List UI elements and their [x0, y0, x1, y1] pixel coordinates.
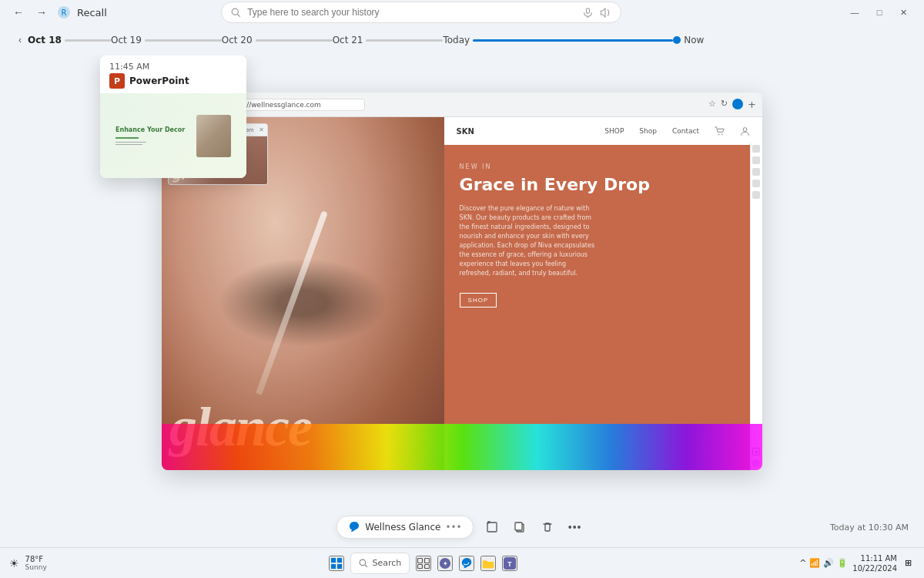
ppt-preview-content: Enhance Your Decor	[100, 93, 246, 178]
sidebar-icon-4[interactable]	[752, 180, 760, 187]
show-hidden-icon[interactable]: ^	[799, 558, 806, 568]
user-icon[interactable]	[740, 126, 750, 136]
new-in-tag: NEW IN	[460, 163, 747, 170]
timeline-label-now: Now	[684, 35, 704, 45]
notification-button[interactable]: ⊞	[902, 556, 915, 570]
clock-date: 10/22/2024	[852, 563, 897, 573]
timeline-bar-today	[473, 39, 673, 42]
taskbar-search-box[interactable]: Search	[350, 553, 410, 574]
sidebar-icon-3[interactable]	[752, 168, 760, 176]
sidebar-icon-5[interactable]	[752, 191, 760, 199]
search-input[interactable]	[247, 7, 577, 18]
active-tab[interactable]: Wellness Glance •••	[336, 516, 473, 539]
svg-rect-4	[587, 8, 590, 13]
file-explorer-icon[interactable]	[480, 556, 496, 571]
svg-line-17	[364, 564, 367, 566]
start-button[interactable]	[329, 556, 344, 571]
window-controls: — □ ✕	[844, 2, 915, 23]
browser-plus-icon[interactable]: +	[748, 99, 756, 110]
cart-icon[interactable]	[715, 126, 725, 136]
copilot-icon[interactable]: ✦	[437, 556, 453, 571]
weather-desc: Sunny	[25, 563, 47, 571]
svg-point-6	[718, 133, 720, 135]
system-clock[interactable]: 11:11 AM 10/22/2024	[852, 553, 897, 573]
timeline-section-today[interactable]: Today	[443, 35, 673, 45]
timeline-back-button[interactable]: ‹	[12, 32, 28, 48]
microphone-icon[interactable]	[583, 8, 593, 18]
tooltip-time: 11:45 AM	[109, 62, 237, 72]
svg-rect-20	[418, 564, 423, 568]
svg-rect-15	[336, 563, 341, 568]
network-icon[interactable]: 📶	[809, 558, 820, 568]
shop-cta-button[interactable]: SHOP	[460, 293, 497, 307]
browser-content: https://wellnessglance.com ✕ gl glance	[162, 117, 762, 470]
shop-nav-about[interactable]: SHOP	[604, 127, 624, 135]
search-bar[interactable]	[221, 2, 621, 23]
powerpoint-icon: P	[109, 73, 125, 89]
teams-icon[interactable]: T	[502, 556, 517, 571]
svg-rect-21	[425, 564, 430, 568]
edge-taskbar-icon[interactable]	[459, 556, 474, 571]
minimize-button[interactable]: —	[844, 2, 865, 23]
speaker-icon[interactable]	[599, 8, 611, 18]
tab-more-dots[interactable]: •••	[445, 522, 461, 533]
title-bar-nav: ← →	[9, 3, 51, 22]
sys-icons: ^ 📶 🔊 🔋	[799, 558, 848, 568]
shop-nav-contact[interactable]: Contact	[672, 127, 699, 135]
timeline-section-oct19[interactable]: Oct 19	[111, 35, 222, 45]
taskbar-tray: ^ 📶 🔊 🔋 11:11 AM 10/22/2024 ⊞	[799, 553, 915, 573]
svg-rect-12	[330, 557, 335, 562]
maximize-button[interactable]: □	[869, 2, 890, 23]
tab-actions: •••	[480, 515, 588, 539]
shop-body-text: Discover the pure elegance of nature wit…	[460, 204, 598, 278]
tooltip-app: P PowerPoint	[109, 73, 237, 89]
timeline-label-oct19: Oct 19	[111, 35, 142, 45]
taskbar-weather[interactable]: ☀️ 78°F Sunny	[9, 555, 47, 571]
svg-rect-11	[515, 523, 522, 530]
timestamp: Today at 10:30 AM	[830, 523, 909, 533]
more-button[interactable]: •••	[563, 515, 588, 539]
app-icon: R	[57, 5, 71, 19]
back-button[interactable]: ←	[9, 3, 28, 22]
svg-line-3	[238, 14, 240, 16]
timeline: ‹ Oct 18 Oct 19 Oct 20 Oct 21 Today Now	[0, 25, 924, 55]
mini-close-icon[interactable]: ✕	[259, 126, 264, 133]
search-icon	[231, 8, 241, 18]
rainbow-strip	[162, 424, 762, 470]
tooltip-preview: Enhance Your Decor	[100, 93, 246, 178]
browser-window: https://wellnessglance.com ☆ ↻ +	[162, 92, 762, 470]
weather-temp: 78°F	[25, 555, 47, 563]
timeline-bar-oct21	[366, 39, 443, 42]
sidebar-icon-1[interactable]	[752, 145, 760, 153]
timeline-section-oct21[interactable]: Oct 21	[333, 35, 444, 45]
close-button[interactable]: ✕	[893, 2, 915, 23]
ppt-preview-image	[196, 115, 231, 157]
timeline-bar-oct19	[145, 39, 222, 42]
volume-icon[interactable]: 🔊	[823, 558, 834, 568]
shop-headline: Grace in Every Drop	[460, 175, 747, 195]
tooltip-popup: 11:45 AM P PowerPoint Enhance Your Decor	[100, 55, 246, 178]
tooltip-app-name: PowerPoint	[129, 76, 189, 86]
screenshot-container[interactable]: https://wellnessglance.com ☆ ↻ +	[162, 92, 762, 470]
tooltip-header: 11:45 AM P PowerPoint	[100, 55, 246, 93]
browser-refresh-icon[interactable]: ↻	[721, 99, 728, 110]
svg-text:T: T	[508, 560, 513, 567]
timeline-section-oct18[interactable]: Oct 18	[28, 35, 111, 45]
expand-button[interactable]	[480, 515, 504, 539]
timeline-label-today: Today	[443, 35, 470, 45]
copy-button[interactable]	[507, 515, 532, 539]
svg-point-7	[721, 133, 723, 135]
timeline-bar-oct18	[65, 39, 111, 42]
browser-star-icon[interactable]: ☆	[708, 99, 716, 110]
shop-nav-shop[interactable]: Shop	[639, 127, 657, 135]
timeline-section-oct20[interactable]: Oct 20	[222, 35, 333, 45]
battery-icon[interactable]: 🔋	[837, 558, 848, 568]
edge-icon	[732, 99, 743, 109]
taskview-button[interactable]	[416, 556, 431, 571]
shop-brand: SKN	[457, 127, 474, 136]
delete-button[interactable]	[535, 515, 560, 539]
svg-rect-14	[330, 563, 335, 568]
timeline-bar-oct20	[256, 39, 333, 42]
sidebar-icon-2[interactable]	[752, 156, 760, 164]
forward-button[interactable]: →	[32, 3, 51, 22]
